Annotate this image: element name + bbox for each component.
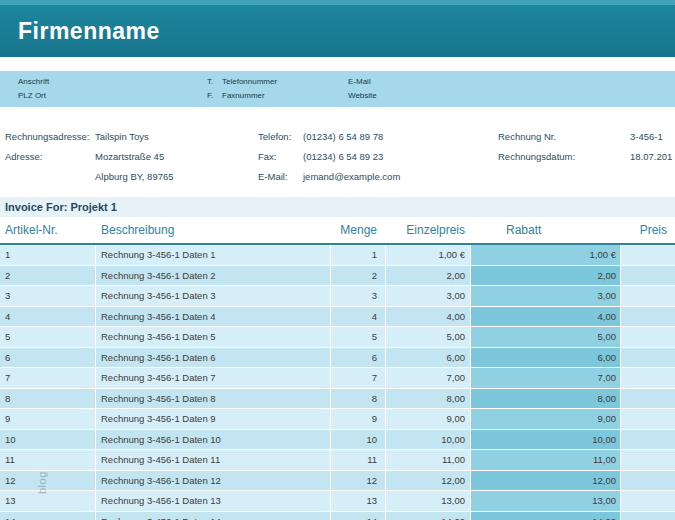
billing-address-value[interactable]: Tailspin Toys (95, 131, 149, 142)
cell-artikel[interactable]: 3 (0, 286, 95, 306)
cell-einzelpreis[interactable]: 1,00 € (386, 245, 470, 265)
cell-preis[interactable] (621, 409, 675, 429)
cell-preis[interactable] (621, 389, 675, 409)
cell-artikel[interactable]: 10 (0, 430, 95, 450)
phone-value[interactable]: (01234) 6 54 89 78 (303, 131, 383, 142)
cell-artikel[interactable]: 6 (0, 348, 95, 368)
cell-rabatt[interactable]: 10,00 (471, 430, 620, 450)
cell-einzelpreis[interactable]: 10,00 (386, 430, 470, 450)
cell-beschreibung[interactable]: Rechnung 3-456-1 Daten 7 (96, 368, 330, 388)
column-header-beschreibung[interactable]: Beschreibung (96, 223, 330, 237)
cell-preis[interactable] (621, 471, 675, 491)
cell-artikel[interactable]: 11 (0, 450, 95, 470)
cell-preis[interactable] (621, 348, 675, 368)
fax-label: Fax: (258, 151, 276, 162)
cell-beschreibung[interactable]: Rechnung 3-456-1 Daten 12 (96, 471, 330, 491)
cell-einzelpreis[interactable]: 7,00 (386, 368, 470, 388)
cell-rabatt[interactable]: 12,00 (471, 471, 620, 491)
cell-artikel[interactable]: 9 (0, 409, 95, 429)
cell-artikel[interactable]: 1 (0, 245, 95, 265)
email-value[interactable]: jemand@example.com (303, 171, 400, 182)
cell-einzelpreis[interactable]: 3,00 (386, 286, 470, 306)
cell-preis[interactable] (621, 491, 675, 511)
cell-artikel[interactable]: 8 (0, 389, 95, 409)
cell-menge[interactable]: 1 (331, 245, 385, 265)
cell-menge[interactable]: 3 (331, 286, 385, 306)
cell-einzelpreis[interactable]: 4,00 (386, 307, 470, 327)
cell-einzelpreis[interactable]: 5,00 (386, 327, 470, 347)
cell-preis[interactable] (621, 450, 675, 470)
cell-menge[interactable]: 11 (331, 450, 385, 470)
cell-preis[interactable] (621, 430, 675, 450)
cell-rabatt[interactable]: 7,00 (471, 368, 620, 388)
cell-einzelpreis[interactable]: 11,00 (386, 450, 470, 470)
cell-preis[interactable] (621, 512, 675, 520)
cell-menge[interactable]: 8 (331, 389, 385, 409)
cell-einzelpreis[interactable]: 13,00 (386, 491, 470, 511)
cell-preis[interactable] (621, 368, 675, 388)
cell-preis[interactable] (621, 307, 675, 327)
cell-menge[interactable]: 13 (331, 491, 385, 511)
invoice-template-page: Firmenname Anschrift PLZ Ort T. F. Telef… (0, 0, 675, 520)
address-line1[interactable]: Mozartstraße 45 (95, 151, 164, 162)
cell-preis[interactable] (621, 327, 675, 347)
cell-einzelpreis[interactable]: 9,00 (386, 409, 470, 429)
cell-menge[interactable]: 10 (331, 430, 385, 450)
cell-artikel[interactable]: 7 (0, 368, 95, 388)
cell-einzelpreis[interactable]: 8,00 (386, 389, 470, 409)
cell-artikel[interactable]: 4 (0, 307, 95, 327)
cell-preis[interactable] (621, 266, 675, 286)
cell-menge[interactable]: 7 (331, 368, 385, 388)
cell-rabatt[interactable]: 9,00 (471, 409, 620, 429)
cell-rabatt[interactable]: 4,00 (471, 307, 620, 327)
cell-beschreibung[interactable]: Rechnung 3-456-1 Daten 10 (96, 430, 330, 450)
column-header-artikel-nr[interactable]: Artikel-Nr. (0, 223, 95, 237)
cell-rabatt[interactable]: 8,00 (471, 389, 620, 409)
cell-beschreibung[interactable]: Rechnung 3-456-1 Daten 1 (96, 245, 330, 265)
address-line2[interactable]: Alpburg BY, 89765 (95, 171, 174, 182)
cell-artikel[interactable]: 2 (0, 266, 95, 286)
cell-rabatt[interactable]: 11,00 (471, 450, 620, 470)
cell-beschreibung[interactable]: Rechnung 3-456-1 Daten 11 (96, 450, 330, 470)
invoice-date-value[interactable]: 18.07.201 (630, 151, 672, 162)
cell-einzelpreis[interactable]: 2,00 (386, 266, 470, 286)
column-header-rabatt[interactable]: Rabatt (471, 223, 620, 237)
cell-preis[interactable] (621, 245, 675, 265)
cell-artikel[interactable]: 5 (0, 327, 95, 347)
fax-prefix-label: F. (207, 89, 213, 103)
cell-artikel[interactable]: 14 (0, 512, 95, 520)
cell-beschreibung[interactable]: Rechnung 3-456-1 Daten 14 (96, 512, 330, 520)
cell-rabatt[interactable]: 5,00 (471, 327, 620, 347)
cell-beschreibung[interactable]: Rechnung 3-456-1 Daten 13 (96, 491, 330, 511)
cell-menge[interactable]: 6 (331, 348, 385, 368)
column-header-einzelpreis[interactable]: Einzelpreis (386, 223, 470, 237)
cell-rabatt[interactable]: 2,00 (471, 266, 620, 286)
fax-value[interactable]: (01234) 6 54 89 23 (303, 151, 383, 162)
cell-menge[interactable]: 9 (331, 409, 385, 429)
cell-rabatt[interactable]: 14,00 (471, 512, 620, 520)
cell-menge[interactable]: 4 (331, 307, 385, 327)
cell-einzelpreis[interactable]: 12,00 (386, 471, 470, 491)
cell-beschreibung[interactable]: Rechnung 3-456-1 Daten 9 (96, 409, 330, 429)
cell-rabatt[interactable]: 1,00 € (471, 245, 620, 265)
cell-rabatt[interactable]: 6,00 (471, 348, 620, 368)
cell-menge[interactable]: 12 (331, 471, 385, 491)
cell-beschreibung[interactable]: Rechnung 3-456-1 Daten 3 (96, 286, 330, 306)
column-header-preis[interactable]: Preis (621, 223, 675, 237)
cell-menge[interactable]: 14 (331, 512, 385, 520)
cell-rabatt[interactable]: 3,00 (471, 286, 620, 306)
cell-menge[interactable]: 2 (331, 266, 385, 286)
cell-beschreibung[interactable]: Rechnung 3-456-1 Daten 8 (96, 389, 330, 409)
invoice-number-value[interactable]: 3-456-1 (630, 131, 663, 142)
cell-beschreibung[interactable]: Rechnung 3-456-1 Daten 6 (96, 348, 330, 368)
cell-beschreibung[interactable]: Rechnung 3-456-1 Daten 4 (96, 307, 330, 327)
column-header-menge[interactable]: Menge (331, 223, 385, 237)
cell-beschreibung[interactable]: Rechnung 3-456-1 Daten 5 (96, 327, 330, 347)
cell-preis[interactable] (621, 286, 675, 306)
fax-placeholder-label: Faxnummer (222, 89, 265, 103)
cell-menge[interactable]: 5 (331, 327, 385, 347)
cell-rabatt[interactable]: 13,00 (471, 491, 620, 511)
cell-beschreibung[interactable]: Rechnung 3-456-1 Daten 2 (96, 266, 330, 286)
cell-einzelpreis[interactable]: 6,00 (386, 348, 470, 368)
cell-einzelpreis[interactable]: 14,00 (386, 512, 470, 520)
